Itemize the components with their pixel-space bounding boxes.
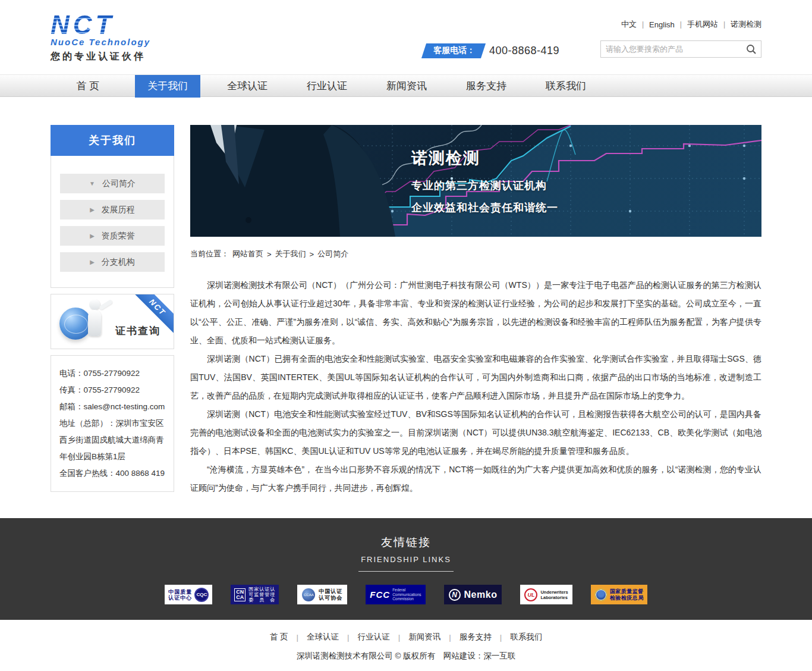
- separator: |: [398, 633, 401, 642]
- sidebar-item-honors[interactable]: ▶ 资质荣誉: [60, 226, 165, 246]
- aqsiq-text: 国家质量监督: [610, 588, 644, 595]
- page-header: NCT NuoCe Technology 您的专业认证伙伴 中文 | Engli…: [0, 0, 812, 74]
- nav-item-contact[interactable]: 联系我们: [533, 75, 599, 98]
- banner-text: 诺测检测 专业的第三方检测认证机构 企业效益和社会责任和谐统一: [411, 148, 558, 219]
- breadcrumb-parent[interactable]: 关于我们: [275, 249, 306, 259]
- triangle-right-icon: ▶: [90, 259, 95, 265]
- contact-phone: 电话：0755-27790922: [59, 365, 165, 382]
- breadcrumb: 当前位置： 网站首页 > 关于我们 > 公司简介: [190, 249, 761, 259]
- triangle-right-icon: ▶: [90, 206, 95, 213]
- sidebar-menu: ▼ 公司简介 ▶ 发展历程 ▶ 资质荣誉 ▶ 分支机构: [51, 156, 174, 288]
- nav-item-news[interactable]: 新闻资讯: [374, 75, 439, 98]
- service-phone: 客服电话： 400-8868-419: [424, 43, 559, 58]
- ul-circle-icon: UL: [524, 588, 537, 601]
- link-brand[interactable]: 诺测检测: [731, 19, 761, 30]
- sidebar: 关于我们 ▼ 公司简介 ▶ 发展历程 ▶ 资质荣誉 ▶ 分支机构 NCT: [51, 125, 174, 492]
- fcc-logo[interactable]: FCC Federal Communications Commission: [366, 585, 425, 604]
- breadcrumb-separator: >: [310, 250, 314, 259]
- partner-logo-strip: 中国质量 认证中心 CQC CN CA 国家认证认 可监督管理 委 员 会 CC…: [0, 585, 812, 604]
- ul-text: Underwriters: [540, 590, 568, 595]
- footer-link-support[interactable]: 服务支持: [459, 632, 492, 642]
- ccaa-text: 认可协会: [319, 595, 342, 601]
- ccaa-globe-icon: CCAA: [302, 588, 315, 601]
- cnca-logo[interactable]: CN CA 国家认证认 可监督管理 委 员 会: [231, 585, 279, 604]
- footer-link-industry-cert[interactable]: 行业认证: [358, 632, 390, 642]
- nemko-circle-icon: N: [449, 589, 461, 601]
- link-mobile-site[interactable]: 手机网站: [687, 19, 718, 30]
- service-phone-label: 客服电话：: [433, 45, 475, 56]
- ccaa-logo[interactable]: CCAA 中国认证 认可协会: [297, 585, 347, 604]
- banner-subtitle-1: 专业的第三方检测认证机构: [411, 175, 558, 197]
- footer-link-contact[interactable]: 联系我们: [510, 632, 542, 642]
- cnca-text: 委 员 会: [248, 597, 275, 603]
- triangle-right-icon: ▶: [90, 233, 95, 239]
- ccaa-text: 中国认证: [319, 588, 342, 595]
- service-phone-badge: 客服电话：: [421, 43, 486, 58]
- cqc-logo[interactable]: 中国质量 认证中心 CQC: [165, 585, 212, 604]
- site-logo[interactable]: NCT NuoCe Technology 您的专业认证伙伴: [51, 12, 150, 63]
- certificate-query-banner[interactable]: NCT 证书查询: [51, 294, 174, 349]
- company-profile-article: 深圳诺测检测技术有限公司（NCT）（广州分公司：广州世测电子科技有限公司（WTS…: [190, 276, 761, 497]
- separator: |: [642, 20, 644, 29]
- nemko-logo[interactable]: N Nemko: [444, 585, 502, 604]
- separator: |: [449, 633, 451, 642]
- breadcrumb-home[interactable]: 网站首页: [232, 249, 263, 259]
- sidebar-item-branches[interactable]: ▶ 分支机构: [60, 252, 165, 272]
- search-button[interactable]: [742, 41, 761, 57]
- nav-item-support[interactable]: 服务支持: [454, 75, 519, 98]
- footer-link-global-cert[interactable]: 全球认证: [307, 632, 339, 642]
- friendship-links-title-en: FRIENDSHIP LINKS: [358, 555, 454, 572]
- sidebar-item-history[interactable]: ▶ 发展历程: [60, 200, 165, 220]
- footer-link-news[interactable]: 新闻资讯: [408, 632, 440, 642]
- paragraph-4: “沧海横流，方显英雄本色”， 在当今出口形势不容乐观的情况下，NCT将一如既往的…: [190, 460, 761, 497]
- ul-logo[interactable]: UL Underwriters Laboratories: [520, 585, 572, 604]
- footer-link-home[interactable]: 首 页: [270, 632, 288, 642]
- contact-hotline: 全国客户热线：400 8868 419: [59, 465, 165, 482]
- fcc-text: Federal: [392, 588, 421, 592]
- search-input[interactable]: [601, 45, 742, 54]
- aqsiq-emblem-icon: [594, 588, 608, 601]
- main-area: 关于我们 ▼ 公司简介 ▶ 发展历程 ▶ 资质荣誉 ▶ 分支机构 NCT: [51, 125, 761, 497]
- figure-icon: [99, 299, 113, 311]
- link-english[interactable]: English: [649, 20, 675, 29]
- nav-item-global-cert[interactable]: 全球认证: [215, 75, 280, 98]
- search-bar: [600, 40, 761, 58]
- banner-title: 诺测检测: [411, 148, 558, 169]
- sidebar-item-label: 发展历程: [102, 205, 135, 215]
- nemko-text: Nemko: [464, 590, 498, 600]
- separator: |: [500, 633, 502, 642]
- sidebar-item-label: 分支机构: [102, 257, 135, 268]
- cnca-mark-icon: CN CA: [234, 588, 246, 601]
- contact-address: 地址（总部）：深圳市宝安区西乡街道固戍航城大道绵商青年创业园B栋第1层: [59, 415, 165, 465]
- globe-icon: [59, 308, 92, 340]
- cqc-text: 认证中心: [168, 595, 192, 601]
- separator: |: [347, 633, 350, 642]
- fcc-text: Communications: [392, 592, 421, 597]
- contact-email: 邮箱：sales@nct-testing.com: [59, 399, 165, 415]
- fcc-text: Commission: [392, 597, 421, 601]
- aqsiq-logo[interactable]: 国家质量监督 检验检疫总局: [591, 585, 647, 604]
- figure-icon: [89, 299, 100, 310]
- cnca-text: 可监督管理: [248, 592, 275, 597]
- breadcrumb-separator: >: [267, 250, 272, 259]
- search-icon: [746, 44, 757, 55]
- separator: |: [297, 633, 299, 642]
- contact-fax: 传真：0755-27790922: [59, 382, 165, 399]
- link-chinese[interactable]: 中文: [621, 19, 637, 30]
- contact-info: 电话：0755-27790922 传真：0755-27790922 邮箱：sal…: [51, 355, 174, 492]
- sidebar-item-company-profile[interactable]: ▼ 公司简介: [60, 174, 165, 193]
- nav-item-about[interactable]: 关于我们: [135, 75, 200, 98]
- content-column: 诺测检测 专业的第三方检测认证机构 企业效益和社会责任和谐统一 当前位置： 网站…: [190, 125, 761, 497]
- paragraph-1: 深圳诺测检测技术有限公司（NCT）（广州分公司：广州世测电子科技有限公司（WTS…: [190, 276, 761, 350]
- cqc-globe-icon: CQC: [194, 588, 209, 602]
- page-banner: 诺测检测 专业的第三方检测认证机构 企业效益和社会责任和谐统一: [190, 125, 761, 237]
- nav-item-home[interactable]: 首 页: [55, 75, 121, 98]
- language-links: 中文 | English | 手机网站 | 诺测检测: [621, 19, 761, 30]
- separator: |: [680, 20, 682, 29]
- bottom-footer: 首 页 | 全球认证 | 行业认证 | 新闻资讯 | 服务支持 | 联系我们 深…: [0, 620, 812, 671]
- service-phone-number: 400-8868-419: [489, 45, 559, 57]
- sidebar-item-label: 资质荣誉: [102, 231, 135, 242]
- nav-item-industry-cert[interactable]: 行业认证: [294, 75, 360, 98]
- breadcrumb-current: 公司简介: [317, 249, 348, 259]
- friendship-links-title-cn: 友情链接: [0, 535, 812, 550]
